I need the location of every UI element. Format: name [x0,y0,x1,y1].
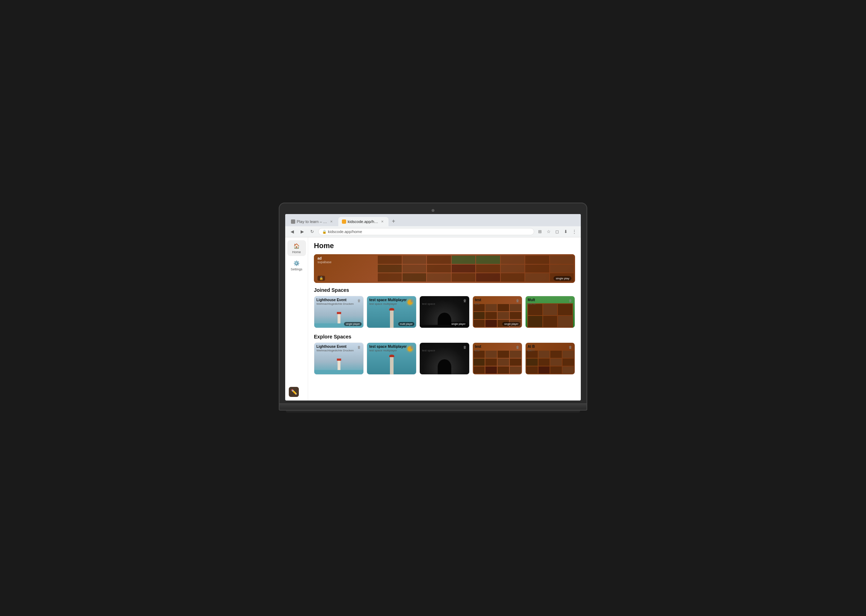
cave-explore-subtitle: test space [422,349,467,352]
ad-banner[interactable]: ad supabase [314,254,575,283]
lighthouse-explore-title: Lighthouse Event [316,344,361,349]
multi-joined-delete[interactable]: 🗑 [567,298,573,303]
test-joined-badge: single player [502,322,520,326]
ai-explore-title: AI B [528,344,573,349]
sidebar-item-home[interactable]: 🏠 Home [287,240,306,256]
pencil-button[interactable]: ✏️ [289,387,299,397]
browser-chrome: Play to learn – Learnspace ✕ kidscode.ap… [285,214,581,237]
tab-favicon-kidscode [342,220,346,224]
multiplayer-joined-title: test space Multiplayer [369,298,414,302]
screen-bezel: Play to learn – Learnspace ✕ kidscode.ap… [279,203,587,404]
space-card-ai-explore[interactable]: AI B BATT 🗑 [525,343,575,375]
ad-sponsor: supabase [318,260,572,264]
tab-title-kidscode: kidscode.app/home [348,220,378,224]
laptop-base [279,404,587,410]
home-icon: 🏠 [293,242,300,250]
space-card-lighthouse-explore[interactable]: Lighthouse Event Weihnachtsgedichte Druc… [314,343,364,375]
cave-explore-title: Cave test single player [422,344,467,349]
ai-explore-delete[interactable]: 🗑 [567,344,573,350]
address-bar[interactable]: 🔒 kidscode.app/home [318,228,534,235]
lighthouse-explore-subtitle: Weihnachtsgedichte Drucken [316,349,361,352]
joined-spaces-title: Joined Spaces [314,287,575,293]
download-icon[interactable]: ⬇ [562,228,569,235]
explore-spaces-section: Explore Spaces Lighthouse Even [314,334,575,375]
back-button[interactable]: ◀ [288,228,296,236]
camera [431,209,435,212]
tab-learnspace[interactable]: Play to learn – Learnspace ✕ [287,217,338,226]
forward-button[interactable]: ▶ [298,228,306,236]
explore-spaces-grid: Lighthouse Event Weihnachtsgedichte Druc… [314,343,575,375]
browser-tabs: Play to learn – Learnspace ✕ kidscode.ap… [285,214,581,226]
tab-title-learnspace: Play to learn – Learnspace [297,220,328,224]
cave-joined-badge: single player [449,322,467,326]
tab-favicon-learnspace [291,220,295,224]
joined-spaces-grid: Lighthouse Event Weihnachtsgedichte Druc… [314,296,575,328]
lighthouse-joined-title: Lighthouse Event [316,298,361,302]
ad-lock: 🔒 [318,276,325,281]
bookmark-icon[interactable]: ☆ [545,228,552,235]
test-explore-delete[interactable]: 🗑 [515,344,521,350]
multiplayer-explore-delete[interactable]: 🗑 [409,344,415,350]
cave-joined-delete[interactable]: 🗑 [462,298,468,303]
sidebar-item-settings[interactable]: ⚙️ Settings [287,258,306,273]
lighthouse-joined-badge: single player [344,322,362,326]
multiplayer-joined-subtitle: test space multiplayer [369,302,414,305]
multi-joined-subtitle: test m [528,302,573,305]
space-card-lighthouse-joined[interactable]: Lighthouse Event Weihnachtsgedichte Druc… [314,296,364,328]
main-content: Home ad supabase [308,237,581,401]
browser-toolbar: ◀ ▶ ↻ 🔒 kidscode.app/home ⊞ ☆ ◻ ⬇ ⋮ [285,226,581,237]
tab-close-learnspace[interactable]: ✕ [329,219,334,224]
cave-joined-title: Cave test single player [422,298,467,302]
laptop-screen: Play to learn – Learnspace ✕ kidscode.ap… [285,214,581,401]
ai-explore-subtitle: BATT [528,349,573,352]
tab-kidscode[interactable]: kidscode.app/home ✕ [338,217,389,226]
cave-joined-subtitle: test space [422,302,467,305]
space-card-cave-joined[interactable]: Cave test single player test space 🗑 sin… [419,296,469,328]
refresh-button[interactable]: ↻ [308,228,316,236]
test-joined-delete[interactable]: 🗑 [515,298,521,303]
space-card-test-explore[interactable]: test test 🗑 [472,343,522,375]
lighthouse-joined-subtitle: Weihnachtsgedichte Drucken [316,302,361,305]
page-title: Home [314,242,575,250]
sidebar-settings-label: Settings [291,267,302,271]
sidebar: 🏠 Home ⚙️ Settings [285,237,308,401]
cave-explore-delete[interactable]: 🗑 [462,344,468,350]
app-layout: 🏠 Home ⚙️ Settings Home ad supabase [285,237,581,401]
tab-close-kidscode[interactable]: ✕ [380,219,385,224]
sidebar-home-label: Home [292,250,301,254]
space-card-multiplayer-explore[interactable]: test space Multiplayer test space multip… [367,343,417,375]
space-card-multi-joined[interactable]: Mult test m 🗑 [525,296,575,328]
ad-label: ad [318,256,572,260]
space-card-multiplayer-joined[interactable]: test space Multiplayer test space multip… [367,296,417,328]
address-url: kidscode.app/home [328,229,362,234]
space-card-cave-explore[interactable]: Cave test single player test space 🗑 [419,343,469,375]
ad-badge: single play [554,276,572,281]
explore-spaces-title: Explore Spaces [314,334,575,339]
multiplayer-joined-badge: multi player [398,322,415,326]
test-explore-title: test [475,344,520,349]
test-explore-subtitle: test [475,349,520,352]
profile-icon[interactable]: ◻ [554,228,561,235]
test-joined-subtitle: test [475,302,520,305]
joined-spaces-section: Joined Spaces Lighthouse Event [314,287,575,328]
multi-joined-title: Mult [528,298,573,302]
lighthouse-explore-delete[interactable]: 🗑 [356,344,362,350]
multiplayer-joined-delete[interactable]: 🗑 [409,298,415,303]
multiplayer-explore-title: test space Multiplayer [369,344,414,349]
multiplayer-explore-subtitle: test space multiplayer [369,349,414,352]
extensions-icon[interactable]: ⊞ [536,228,543,235]
new-tab-button[interactable]: + [389,216,398,226]
toolbar-actions: ⊞ ☆ ◻ ⬇ ⋮ [536,228,578,235]
settings-icon: ⚙️ [293,259,300,267]
lighthouse-joined-delete[interactable]: 🗑 [356,298,362,303]
test-joined-title: test [475,298,520,302]
menu-icon[interactable]: ⋮ [571,228,578,235]
laptop-shell: Play to learn – Learnspace ✕ kidscode.ap… [279,203,587,413]
laptop-bottom [286,410,580,413]
space-card-test-joined[interactable]: test test 🗑 single player [472,296,522,328]
